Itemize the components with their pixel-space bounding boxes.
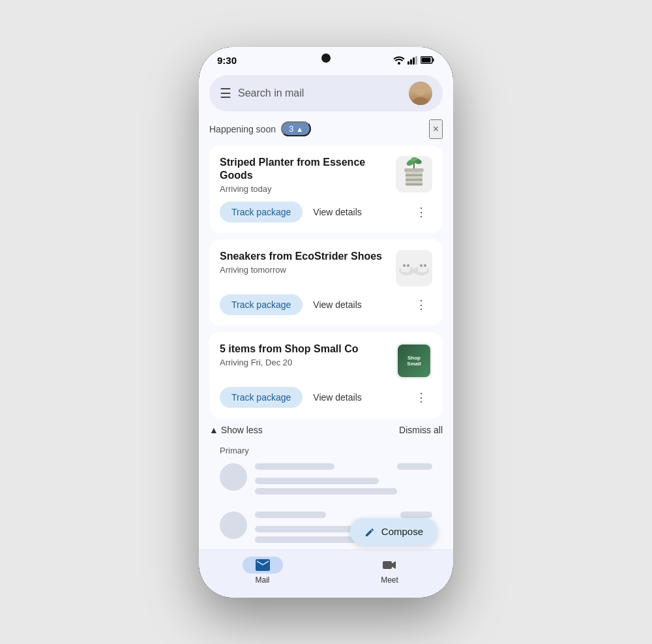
svg-point-26 <box>424 264 426 267</box>
svg-point-8 <box>415 85 426 96</box>
email-row-1 <box>220 463 432 498</box>
package-status-2: Arriving tomorrow <box>220 265 382 275</box>
shop-small-icon: ShopSmall <box>398 345 430 377</box>
package-card-1: Striped Planter from Essence Goods Arriv… <box>209 146 443 234</box>
sneakers-icon <box>398 256 430 280</box>
mail-icon <box>256 559 270 571</box>
email-avatar-1 <box>220 463 247 491</box>
svg-rect-3 <box>413 57 415 65</box>
compose-label: Compose <box>381 526 423 537</box>
battery-icon <box>421 56 435 64</box>
happening-count: 3 <box>289 124 293 134</box>
view-details-button-2[interactable]: View details <box>308 294 366 315</box>
package-text-1: Striped Planter from Essence Goods Arriv… <box>220 156 396 194</box>
status-time: 9:30 <box>217 55 237 66</box>
view-details-button-1[interactable]: View details <box>308 202 366 222</box>
search-bar[interactable]: ☰ Search in mail <box>209 75 443 112</box>
happening-left: Happening soon 3 ▲ <box>209 121 311 136</box>
package-image-3: ShopSmall <box>396 343 432 379</box>
nav-meet-label: Meet <box>381 575 398 585</box>
package-info-2: Sneakers from EcoStrider Shoes Arriving … <box>220 250 432 286</box>
meet-nav-icon-bg <box>370 557 410 574</box>
status-icons <box>393 56 435 65</box>
package-info-1: Striped Planter from Essence Goods Arriv… <box>220 156 432 194</box>
svg-point-9 <box>413 97 428 105</box>
svg-rect-20 <box>401 263 410 272</box>
svg-rect-13 <box>406 183 422 185</box>
avatar[interactable] <box>409 82 432 105</box>
close-button[interactable]: × <box>429 119 443 139</box>
meet-icon <box>383 559 397 571</box>
email-avatar-2 <box>220 512 247 539</box>
svg-rect-2 <box>410 59 412 65</box>
wifi-icon <box>393 56 405 65</box>
email-lines-1 <box>255 463 432 498</box>
package-actions-2: Track package View details ⋮ <box>220 294 432 315</box>
package-image-2 <box>396 250 432 286</box>
package-text-2: Sneakers from EcoStrider Shoes Arriving … <box>220 250 382 275</box>
svg-rect-14 <box>404 168 424 172</box>
svg-rect-27 <box>383 561 392 569</box>
signal-icon <box>408 56 418 65</box>
happening-soon-section: Happening soon 3 ▲ × Striped Planter fro… <box>209 119 443 547</box>
package-card-3: 5 items from Shop Small Co Arriving Fri,… <box>209 332 443 418</box>
nav-mail-label: Mail <box>255 575 269 585</box>
track-package-button-1[interactable]: Track package <box>220 202 303 222</box>
compose-icon <box>364 526 376 538</box>
package-name-2: Sneakers from EcoStrider Shoes <box>220 250 382 264</box>
svg-rect-4 <box>415 56 417 65</box>
package-card-2: Sneakers from EcoStrider Shoes Arriving … <box>209 239 443 326</box>
happening-title: Happening soon <box>209 124 276 134</box>
more-options-button-2[interactable]: ⋮ <box>410 295 432 314</box>
menu-icon[interactable]: ☰ <box>220 85 231 101</box>
svg-point-25 <box>420 264 422 267</box>
more-options-button-3[interactable]: ⋮ <box>410 388 432 407</box>
happening-header: Happening soon 3 ▲ × <box>209 119 443 139</box>
svg-point-0 <box>398 62 400 65</box>
chevron-up-icon: ▲ <box>296 125 303 133</box>
phone-frame: 9:30 <box>199 47 453 598</box>
package-info-3: 5 items from Shop Small Co Arriving Fri,… <box>220 343 432 379</box>
chevron-up-small-icon: ▲ <box>209 425 218 435</box>
svg-point-21 <box>403 264 406 267</box>
package-text-3: 5 items from Shop Small Co Arriving Fri,… <box>220 343 358 367</box>
package-status-1: Arriving today <box>220 184 396 194</box>
svg-point-22 <box>407 264 409 267</box>
primary-label: Primary <box>220 446 432 455</box>
phone-screen: 9:30 <box>199 47 453 598</box>
package-name-3: 5 items from Shop Small Co <box>220 343 358 356</box>
package-image-1 <box>396 156 432 192</box>
camera-notch <box>321 54 331 63</box>
main-content: ☰ Search in mail Happening soon <box>199 70 453 549</box>
track-package-button-2[interactable]: Track package <box>220 294 303 315</box>
svg-rect-1 <box>408 61 409 65</box>
svg-rect-12 <box>406 179 422 181</box>
happening-badge-button[interactable]: 3 ▲ <box>281 121 311 136</box>
mail-nav-icon-bg <box>243 557 283 574</box>
dismiss-all-button[interactable]: Dismiss all <box>399 425 443 435</box>
bottom-nav: Mail Meet <box>199 549 453 598</box>
show-less-button[interactable]: ▲ Show less <box>209 425 263 435</box>
package-status-3: Arriving Fri, Dec 20 <box>220 358 358 367</box>
svg-rect-6 <box>433 59 434 62</box>
footer-actions: ▲ Show less Dismiss all <box>209 425 443 435</box>
search-input[interactable]: Search in mail <box>238 87 402 99</box>
package-actions-3: Track package View details ⋮ <box>220 387 432 408</box>
view-details-button-3[interactable]: View details <box>308 387 366 408</box>
package-actions-1: Track package View details ⋮ <box>220 202 432 222</box>
package-name-1: Striped Planter from Essence Goods <box>220 156 396 183</box>
more-options-button-1[interactable]: ⋮ <box>410 202 432 222</box>
track-package-button-3[interactable]: Track package <box>220 387 303 408</box>
svg-rect-11 <box>406 174 422 176</box>
nav-item-mail[interactable]: Mail <box>199 557 326 585</box>
svg-rect-24 <box>418 263 427 272</box>
planter-icon <box>399 157 429 191</box>
svg-rect-7 <box>422 58 431 63</box>
compose-fab[interactable]: Compose <box>350 518 437 545</box>
nav-item-meet[interactable]: Meet <box>326 557 453 585</box>
avatar-image <box>409 82 432 105</box>
show-less-label: Show less <box>221 425 263 435</box>
